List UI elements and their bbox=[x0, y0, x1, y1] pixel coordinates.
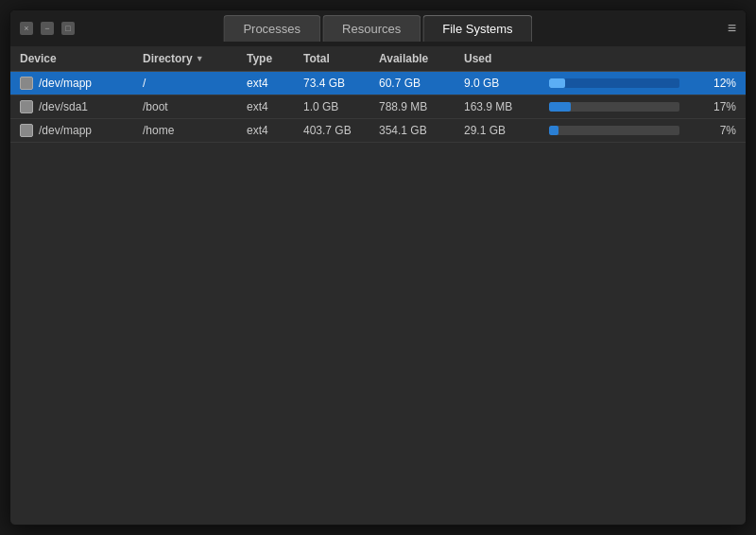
progress-bar-container bbox=[549, 102, 679, 112]
table-header: Device Directory ▼ Type Total Available … bbox=[10, 46, 746, 72]
type-value: ext4 bbox=[247, 77, 303, 90]
used-value: 29.1 GB bbox=[464, 124, 549, 137]
col-bar bbox=[549, 52, 679, 65]
col-type: Type bbox=[247, 52, 303, 65]
disk-icon bbox=[20, 100, 33, 113]
progress-bar-fill bbox=[549, 126, 558, 135]
tab-resources[interactable]: Resources bbox=[322, 15, 421, 42]
col-total: Total bbox=[303, 52, 379, 65]
tab-bar: Processes Resources File Systems bbox=[223, 15, 532, 42]
device-value: /dev/mapp bbox=[39, 124, 92, 137]
minimize-button[interactable]: − bbox=[41, 22, 54, 35]
sort-arrow-icon: ▼ bbox=[196, 54, 204, 63]
disk-icon bbox=[20, 77, 33, 90]
used-value: 163.9 MB bbox=[464, 100, 549, 113]
table-row[interactable]: /dev/mapp /home ext4 403.7 GB 354.1 GB 2… bbox=[10, 119, 746, 143]
window-controls: × − □ bbox=[20, 22, 75, 35]
directory-value: /home bbox=[143, 124, 247, 137]
menu-icon[interactable]: ≡ bbox=[728, 20, 736, 37]
col-used: Used bbox=[464, 52, 549, 65]
device-cell: /dev/sda1 bbox=[20, 100, 143, 113]
table-row[interactable]: /dev/sda1 /boot ext4 1.0 GB 788.9 MB 163… bbox=[10, 95, 746, 119]
total-value: 1.0 GB bbox=[303, 100, 379, 113]
total-value: 403.7 GB bbox=[303, 124, 379, 137]
table-row[interactable]: /dev/mapp / ext4 73.4 GB 60.7 GB 9.0 GB … bbox=[10, 72, 746, 95]
total-value: 73.4 GB bbox=[303, 77, 379, 90]
col-device-label: Device bbox=[20, 52, 57, 65]
progress-bar-fill bbox=[549, 78, 565, 88]
available-value: 354.1 GB bbox=[379, 124, 464, 137]
percent-value: 12% bbox=[679, 77, 736, 90]
progress-bar-container bbox=[549, 126, 679, 135]
col-available: Available bbox=[379, 52, 464, 65]
col-available-label: Available bbox=[379, 52, 428, 65]
type-value: ext4 bbox=[247, 100, 303, 113]
col-type-label: Type bbox=[247, 52, 272, 65]
close-button[interactable]: × bbox=[20, 22, 33, 35]
percent-value: 17% bbox=[679, 100, 736, 113]
tab-file-systems[interactable]: File Systems bbox=[422, 15, 532, 42]
table-body: /dev/mapp / ext4 73.4 GB 60.7 GB 9.0 GB … bbox=[10, 72, 746, 525]
device-cell: /dev/mapp bbox=[20, 77, 143, 90]
available-value: 788.9 MB bbox=[379, 100, 464, 113]
progress-bar-fill bbox=[549, 102, 571, 112]
main-window: × − □ Processes Resources File Systems ≡… bbox=[9, 9, 747, 526]
col-directory-label: Directory bbox=[143, 52, 193, 65]
directory-value: / bbox=[143, 77, 247, 90]
col-directory[interactable]: Directory ▼ bbox=[143, 52, 247, 65]
maximize-button[interactable]: □ bbox=[61, 22, 75, 35]
progress-bar-container bbox=[549, 78, 679, 88]
main-content: Device Directory ▼ Type Total Available … bbox=[10, 46, 746, 525]
available-value: 60.7 GB bbox=[379, 77, 464, 90]
col-used-label: Used bbox=[464, 52, 491, 65]
col-total-label: Total bbox=[303, 52, 330, 65]
titlebar: × − □ Processes Resources File Systems ≡ bbox=[10, 10, 746, 46]
device-value: /dev/mapp bbox=[39, 77, 92, 90]
disk-icon bbox=[20, 124, 33, 137]
col-device: Device bbox=[20, 52, 143, 65]
percent-value: 7% bbox=[679, 124, 736, 137]
type-value: ext4 bbox=[247, 124, 303, 137]
col-percent bbox=[679, 52, 736, 65]
device-value: /dev/sda1 bbox=[39, 100, 88, 113]
device-cell: /dev/mapp bbox=[20, 124, 143, 137]
tab-processes[interactable]: Processes bbox=[223, 15, 320, 42]
used-value: 9.0 GB bbox=[464, 77, 549, 90]
directory-value: /boot bbox=[143, 100, 247, 113]
